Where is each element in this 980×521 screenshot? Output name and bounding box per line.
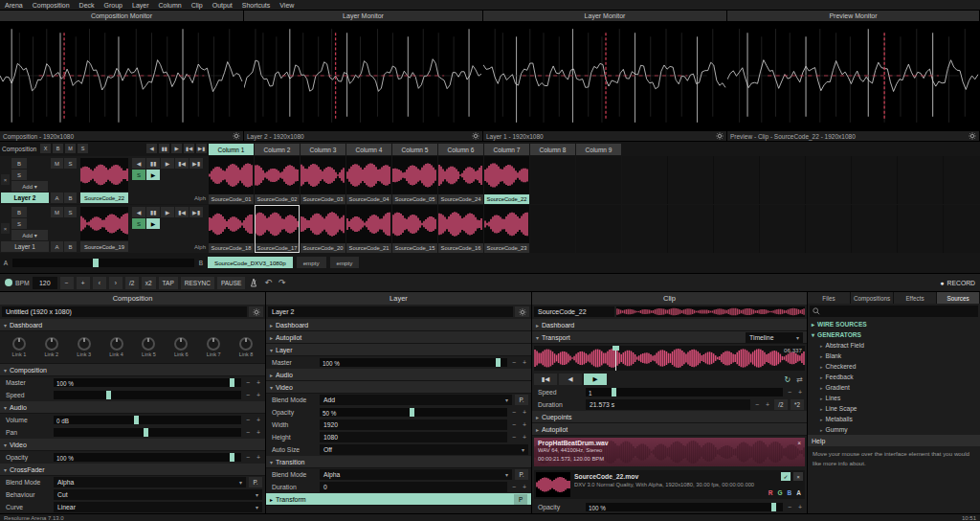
deck-tab-empty-2[interactable]: empty: [330, 257, 360, 268]
clip-cell-sourcecode-15[interactable]: SourceCode_15: [392, 205, 437, 253]
knob-dial[interactable]: [12, 337, 26, 351]
tab-effects[interactable]: Effects: [894, 292, 937, 304]
layer-close-button[interactable]: ×: [1, 174, 10, 185]
knob-dial[interactable]: [142, 337, 155, 351]
gear-icon[interactable]: [969, 132, 976, 141]
gear-icon[interactable]: [716, 132, 724, 141]
section-audio[interactable]: ▾Audio: [0, 401, 265, 414]
param-slider[interactable]: 1: [586, 388, 783, 396]
param-dropdown[interactable]: Add▾: [320, 395, 512, 405]
timeline-dropdown[interactable]: Timeline▾: [746, 332, 803, 343]
param-p-button[interactable]: P.: [515, 395, 528, 405]
increment-button[interactable]: +: [255, 417, 262, 423]
dashboard-knob-link-1[interactable]: Link 1: [12, 337, 27, 357]
crossfader-slider[interactable]: [12, 259, 194, 267]
param-slider[interactable]: [54, 428, 241, 437]
search-input[interactable]: [810, 306, 978, 317]
slider-handle[interactable]: [612, 388, 616, 396]
param-number[interactable]: 1920: [320, 419, 507, 430]
bpm-nudge-down-button[interactable]: ‹: [93, 277, 106, 289]
bpm-decrease-button[interactable]: −: [60, 277, 74, 289]
play-button[interactable]: ▶: [584, 374, 607, 385]
slider-handle[interactable]: [771, 503, 776, 511]
increment-button[interactable]: +: [796, 504, 804, 510]
param-dropdown[interactable]: Linear▾: [54, 502, 262, 512]
menu-item-composition[interactable]: Composition: [28, 2, 75, 9]
source-item-metaballs[interactable]: ▸Metaballs: [808, 414, 980, 424]
layer-name-field[interactable]: Layer 2: [268, 306, 513, 317]
param-button[interactable]: P: [514, 494, 527, 505]
knob-dial[interactable]: [110, 337, 123, 351]
layer-solo2-button[interactable]: S: [64, 207, 77, 217]
clip-name-field[interactable]: SourceCode_22: [534, 306, 614, 317]
decrement-button[interactable]: −: [510, 359, 518, 366]
channel-a-button[interactable]: A: [796, 489, 801, 496]
layer-clip-thumbnail[interactable]: [80, 158, 128, 192]
clip-cell-sourcecode-17[interactable]: SourceCode_17: [255, 205, 300, 253]
column-header-5[interactable]: Column 5: [392, 144, 437, 155]
decrement-button[interactable]: −: [786, 504, 793, 510]
section-layer[interactable]: ▾Layer: [266, 344, 531, 356]
play-backward-button[interactable]: ◀: [559, 374, 582, 385]
decrement-button[interactable]: −: [510, 484, 518, 490]
column-header-7[interactable]: Column 7: [484, 144, 529, 155]
param-slider[interactable]: 0 dB: [54, 416, 241, 424]
decrement-button[interactable]: −: [244, 429, 252, 436]
section-autopilot[interactable]: ▸Autopilot: [266, 331, 531, 344]
menu-item-view[interactable]: View: [275, 2, 299, 9]
composition-m-button[interactable]: M: [65, 144, 76, 153]
record-button[interactable]: ●RECORD: [940, 280, 975, 286]
redo-icon[interactable]: ↷: [277, 278, 288, 287]
column-header-4[interactable]: Column 4: [346, 144, 391, 155]
decrement-button[interactable]: −: [510, 421, 518, 428]
clip-waveform[interactable]: 06.337: [534, 346, 805, 371]
source-item-lines[interactable]: ▸Lines: [808, 393, 980, 403]
crossfader-handle[interactable]: [93, 259, 99, 267]
check-icon[interactable]: ✓: [781, 472, 791, 481]
decrement-button[interactable]: −: [753, 401, 761, 408]
slider-handle[interactable]: [496, 358, 501, 367]
clip-cell-sourcecode-23[interactable]: SourceCode_23: [484, 205, 529, 253]
section-dashboard[interactable]: ▾ Dashboard: [0, 319, 265, 331]
layer-blend-dropdown[interactable]: Add ▾: [11, 181, 48, 192]
layer-solo-button[interactable]: S: [11, 218, 27, 229]
clip-cell-sourcecode-05[interactable]: SourceCode_05: [392, 156, 437, 204]
param-dropdown[interactable]: Cut▾: [54, 489, 262, 500]
gear-icon[interactable]: [515, 306, 529, 317]
layer-speed-sync-button[interactable]: S: [132, 170, 145, 180]
bpm-increase-button[interactable]: +: [77, 277, 90, 289]
resync-button[interactable]: RESYNC: [181, 277, 214, 289]
increment-button[interactable]: +: [255, 454, 262, 461]
source-item-gradient[interactable]: ▸Gradient: [808, 382, 980, 393]
increment-button[interactable]: +: [521, 409, 528, 416]
metronome-icon[interactable]: [248, 278, 259, 287]
duration-value[interactable]: 21.573 s: [586, 399, 750, 410]
param-slider[interactable]: [54, 391, 241, 399]
layer-transport-play-backward-icon[interactable]: ◀: [132, 207, 145, 217]
pause-button[interactable]: PAUSE: [217, 277, 246, 289]
channel-b-button[interactable]: B: [788, 489, 792, 496]
layer-transport-goto-start-icon[interactable]: ▮◀: [175, 207, 189, 217]
goto-start-button[interactable]: ▮◀: [534, 374, 557, 385]
increment-button[interactable]: +: [796, 389, 804, 396]
tab-files[interactable]: Files: [808, 292, 851, 304]
goto-end-icon[interactable]: ▶▮: [196, 144, 207, 153]
bpm-double-button[interactable]: x2: [142, 277, 156, 289]
layer-name[interactable]: Layer 1: [1, 241, 49, 252]
increment-button[interactable]: +: [521, 484, 528, 490]
layer-crossfader-a-button[interactable]: A: [51, 193, 63, 203]
layer-blend-dropdown[interactable]: Add ▾: [11, 230, 48, 240]
layer-crossfader-b-button[interactable]: B: [64, 241, 77, 252]
layer-speed-sync-button[interactable]: S: [132, 218, 145, 229]
bpm-half-button[interactable]: /2: [125, 277, 139, 289]
increment-button[interactable]: +: [521, 421, 528, 428]
layer-transport-goto-start-icon[interactable]: ▮◀: [175, 158, 189, 169]
decrement-button[interactable]: −: [244, 392, 252, 398]
knob-dial[interactable]: [78, 337, 91, 351]
dashboard-knob-link-3[interactable]: Link 3: [77, 337, 91, 357]
column-header-3[interactable]: Column 3: [301, 144, 345, 155]
layer-transport-play-icon[interactable]: ▶: [161, 158, 174, 169]
layer-transport-pause-icon[interactable]: ▮▮: [146, 207, 160, 217]
dashboard-knob-link-8[interactable]: Link 8: [239, 337, 254, 357]
slider-handle[interactable]: [106, 391, 111, 399]
